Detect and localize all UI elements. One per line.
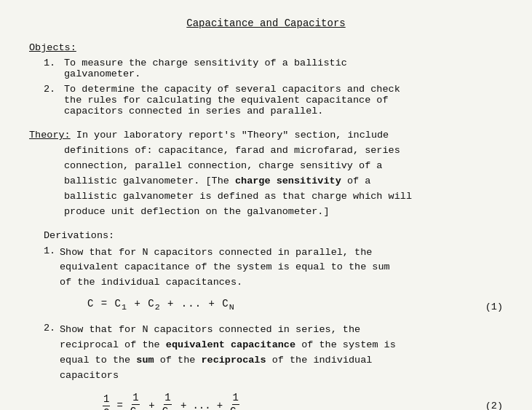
frac-den-C2: C2 — [162, 405, 174, 410]
derivation-item-1: 1. Show that for N capacitors connected … — [44, 245, 503, 291]
equation-2-number: (2) — [459, 401, 503, 410]
deriv-number-2: 2. — [44, 323, 60, 384]
objects-item-1: 1. To measure the charge sensitivity of … — [29, 58, 503, 79]
frac-den-C: C — [103, 406, 110, 410]
frac-num-1a: 1 — [132, 391, 139, 405]
item-content-1: To measure the charge sensitivity of a b… — [64, 58, 503, 79]
objects-item-2: 2. To determine the capacity of several … — [29, 84, 503, 117]
equation-2: 1 C = 1 C1 + 1 C2 + ... + 1 CN — [102, 391, 459, 410]
theory-section: Theory: In your laboratory report's "The… — [29, 128, 503, 220]
item-number-1: 1. — [44, 58, 64, 79]
theory-first-line: Theory: In your laboratory report's "The… — [29, 128, 503, 143]
frac-1-CN: 1 CN — [229, 391, 242, 410]
frac-den-CN: CN — [229, 405, 242, 410]
item-number-2: 2. — [44, 84, 64, 117]
objects-header: Objects: — [29, 42, 503, 53]
eq2-plus3: + — [217, 400, 223, 410]
theory-label: Theory: — [29, 128, 71, 143]
frac-1-C: 1 C — [103, 393, 110, 410]
frac-den-C1: C1 — [130, 405, 142, 410]
sub-N: N — [229, 302, 235, 312]
deriv2-bold1: equivalent capacitance — [166, 339, 295, 350]
theory-intro: In your laboratory report's "Theory" sec… — [71, 128, 389, 143]
page-title: Capacitance and Capacitors — [29, 17, 503, 29]
frac-1-C1: 1 C1 — [130, 391, 142, 410]
objects-label: Objects: — [29, 42, 76, 53]
item-content-2: To determine the capacity of several cap… — [64, 84, 503, 117]
frac-num-1: 1 — [103, 393, 110, 406]
eq2-dots: ... — [192, 400, 210, 410]
equation-1-number: (1) — [459, 301, 503, 312]
frac-1-C2: 1 C2 — [162, 391, 174, 410]
frac-num-1b: 1 — [164, 391, 171, 405]
eq2-plus2: + — [180, 400, 186, 410]
deriv-number-1: 1. — [44, 245, 60, 291]
sub-2: 2 — [155, 302, 161, 312]
deriv2-bold2: sum — [136, 355, 154, 366]
theory-body: definitions of: capacitance, farad and m… — [29, 143, 503, 220]
derivations-header: Derivations: — [44, 230, 503, 241]
deriv-content-1: Show that for N capacitors connected in … — [60, 245, 503, 291]
eq2-plus1: + — [148, 400, 154, 410]
objects-section: Objects: 1. To measure the charge sensit… — [29, 42, 503, 117]
theory-bold-charge: charge sensitivity — [235, 176, 341, 186]
equation-1: C = C1 + C2 + ... + CN — [87, 298, 459, 312]
derivations-label: Derivations: — [44, 230, 114, 241]
derivation-item-2: 2. Show that for N capacitors connected … — [44, 323, 503, 384]
frac-num-1c: 1 — [232, 391, 239, 405]
deriv2-bold3: reciprocals — [201, 355, 266, 366]
derivations-section: Derivations: 1. Show that for N capacito… — [29, 230, 503, 410]
sub-1: 1 — [122, 302, 127, 312]
equation-2-row: 1 C = 1 C1 + 1 C2 + ... + 1 CN (2) — [102, 391, 503, 410]
eq2-equals: = — [116, 400, 122, 410]
deriv-content-2: Show that for N capacitors connected in … — [60, 323, 503, 384]
equation-1-row: C = C1 + C2 + ... + CN (1) — [44, 298, 503, 312]
